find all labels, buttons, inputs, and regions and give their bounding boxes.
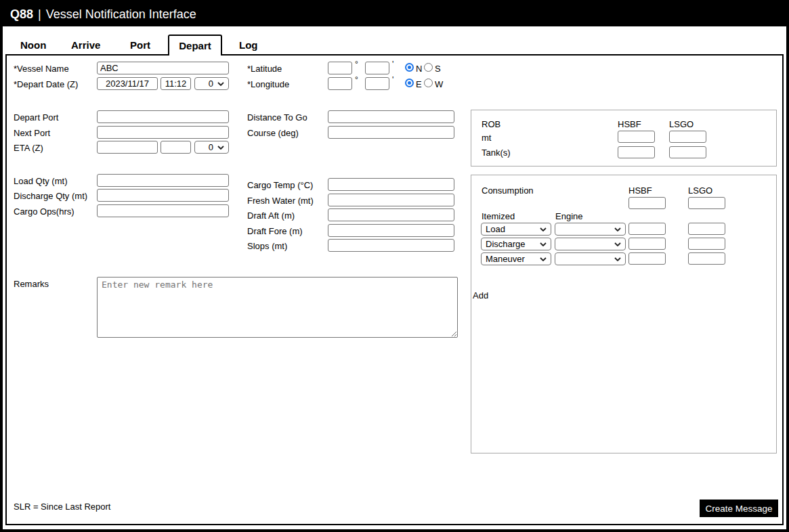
next-port-label: Next Port — [14, 128, 50, 138]
consumption-row2-hsbf-input[interactable] — [628, 238, 666, 250]
engine-header: Engine — [555, 211, 582, 221]
depart-date-input[interactable] — [97, 77, 158, 90]
rob-tanks-lsgo-input[interactable] — [669, 146, 706, 158]
tab-depart[interactable]: Depart — [168, 35, 222, 56]
latitude-north-label: N — [416, 64, 422, 74]
eta-time-input[interactable] — [161, 141, 191, 154]
consumption-total-lsgo-input[interactable] — [688, 197, 725, 209]
longitude-label: *Longitude — [247, 79, 289, 89]
cargo-ops-input[interactable] — [97, 204, 229, 217]
slops-label: Slops (mt) — [247, 241, 287, 251]
distance-to-go-input[interactable] — [328, 110, 454, 123]
consumption-total-hsbf-input[interactable] — [628, 197, 666, 209]
rob-lsgo-header: LSGO — [669, 119, 694, 129]
consumption-hsbf-header: HSBF — [628, 185, 652, 196]
longitude-west-radio[interactable] — [424, 79, 433, 87]
itemized-select-maneuver-value: Maneuver — [486, 254, 540, 264]
load-qty-label: Load Qty (mt) — [14, 176, 67, 186]
slops-input[interactable] — [328, 239, 454, 252]
load-qty-input[interactable] — [97, 174, 229, 187]
consumption-section: Consumption HSBF LSGO Itemized Engine Lo… — [471, 175, 777, 453]
latitude-north-radio[interactable] — [405, 63, 414, 72]
consumption-lsgo-header: LSGO — [688, 185, 712, 196]
depart-port-label: Depart Port — [14, 112, 58, 123]
cargo-temp-input[interactable] — [328, 178, 454, 191]
itemized-select-discharge[interactable]: Discharge — [481, 238, 551, 250]
consumption-title: Consumption — [482, 185, 534, 196]
app-titlebar: Q88 | Vessel Notification Interface — [3, 3, 786, 26]
course-label: Course (deg) — [247, 128, 299, 138]
eta-label: ETA (Z) — [14, 143, 43, 153]
rob-tanks-hsbf-input[interactable] — [618, 146, 655, 158]
chevron-down-icon — [614, 257, 621, 261]
depart-port-input[interactable] — [97, 110, 229, 123]
draft-fore-input[interactable] — [328, 224, 454, 237]
itemized-header: Itemized — [482, 211, 515, 221]
latitude-deg-unit: ° — [355, 60, 358, 69]
draft-fore-label: Draft Fore (m) — [247, 226, 303, 236]
itemized-select-discharge-value: Discharge — [486, 239, 540, 249]
engine-select-row2[interactable] — [555, 238, 626, 250]
itemized-select-load[interactable]: Load — [481, 223, 551, 236]
consumption-row2-lsgo-input[interactable] — [688, 238, 725, 250]
rob-tanks-label: Tank(s) — [482, 148, 511, 158]
longitude-west-label: W — [435, 79, 443, 89]
itemized-select-load-value: Load — [486, 224, 540, 234]
longitude-east-radio[interactable] — [405, 79, 414, 87]
next-port-input[interactable] — [97, 126, 229, 139]
tab-arrive[interactable]: Arrive — [71, 39, 100, 51]
remarks-textarea[interactable] — [97, 277, 458, 338]
chevron-down-icon — [217, 82, 224, 86]
eta-timezone-select[interactable]: 0 — [194, 141, 229, 154]
eta-date-input[interactable] — [97, 141, 158, 154]
consumption-row1-lsgo-input[interactable] — [688, 223, 725, 235]
depart-date-label: *Depart Date (Z) — [14, 79, 78, 89]
add-consumption-row-link[interactable]: Add — [473, 290, 488, 301]
page-title: Vessel Notification Interface — [46, 7, 196, 22]
fresh-water-input[interactable] — [328, 194, 454, 206]
content-panel: *Vessel Name *Latitude ° ' N S *Depart D… — [5, 54, 784, 525]
draft-aft-label: Draft Aft (m) — [247, 210, 295, 221]
fresh-water-label: Fresh Water (mt) — [247, 196, 314, 206]
itemized-select-maneuver[interactable]: Maneuver — [481, 252, 551, 265]
depart-time-input[interactable] — [161, 77, 191, 90]
longitude-min-unit: ' — [392, 75, 393, 85]
latitude-south-radio[interactable] — [424, 63, 433, 72]
app-window: Q88 | Vessel Notification Interface Noon… — [0, 0, 789, 532]
chevron-down-icon — [540, 257, 547, 261]
eta-timezone-value: 0 — [199, 142, 217, 152]
slr-note: SLR = Since Last Report — [14, 502, 110, 512]
tab-log[interactable]: Log — [239, 39, 258, 51]
consumption-row3-lsgo-input[interactable] — [688, 252, 725, 265]
longitude-deg-input[interactable] — [328, 77, 352, 90]
discharge-qty-input[interactable] — [97, 189, 229, 202]
course-input[interactable] — [328, 126, 454, 139]
remarks-label: Remarks — [14, 279, 49, 289]
discharge-qty-label: Discharge Qty (mt) — [14, 191, 87, 201]
rob-hsbf-header: HSBF — [618, 119, 641, 129]
engine-select-row1[interactable] — [555, 223, 626, 236]
create-message-button[interactable]: Create Message — [700, 500, 778, 517]
consumption-row1-hsbf-input[interactable] — [628, 223, 666, 235]
draft-aft-input[interactable] — [328, 208, 454, 221]
latitude-min-input[interactable] — [365, 62, 389, 74]
latitude-min-unit: ' — [392, 60, 393, 69]
longitude-deg-unit: ° — [355, 75, 358, 85]
tab-noon[interactable]: Noon — [20, 39, 46, 51]
consumption-row3-hsbf-input[interactable] — [628, 252, 666, 265]
latitude-deg-input[interactable] — [328, 62, 352, 74]
engine-select-row3[interactable] — [555, 252, 626, 265]
chevron-down-icon — [217, 146, 224, 150]
title-separator: | — [38, 7, 41, 22]
depart-timezone-select[interactable]: 0 — [194, 77, 229, 90]
cargo-ops-label: Cargo Ops(hrs) — [14, 206, 74, 217]
rob-mt-hsbf-input[interactable] — [618, 131, 655, 143]
tab-port[interactable]: Port — [130, 39, 150, 51]
rob-mt-lsgo-input[interactable] — [669, 131, 706, 143]
rob-title: ROB — [482, 119, 500, 129]
vessel-name-input[interactable] — [97, 62, 229, 74]
rob-mt-label: mt — [482, 133, 491, 143]
longitude-min-input[interactable] — [365, 77, 389, 90]
cargo-temp-label: Cargo Temp (°C) — [247, 180, 313, 190]
distance-to-go-label: Distance To Go — [247, 112, 307, 123]
